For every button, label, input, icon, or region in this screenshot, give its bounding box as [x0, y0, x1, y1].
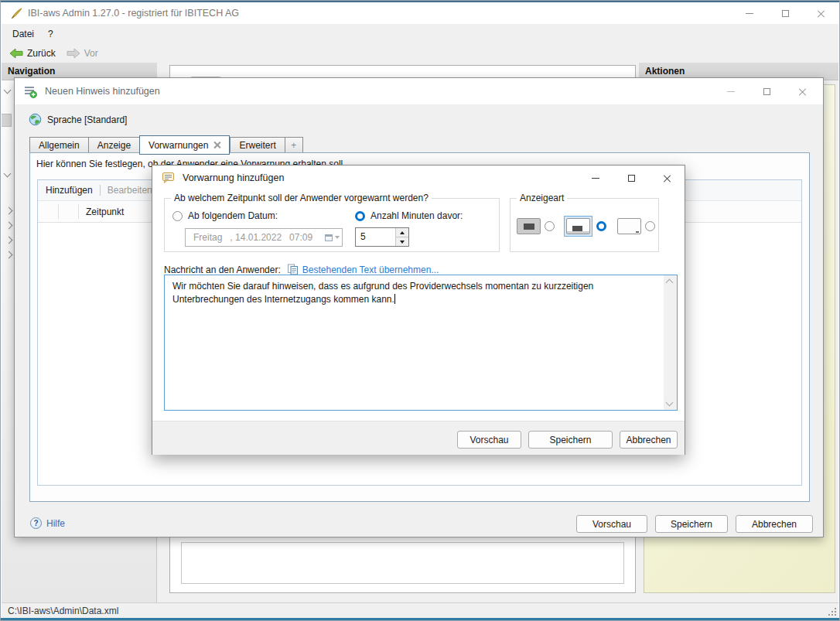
- save-button[interactable]: Speichern: [528, 431, 613, 449]
- minimize-button[interactable]: [578, 167, 613, 189]
- column-header-zeitpunkt[interactable]: Zeitpunkt: [86, 206, 124, 217]
- actions-panel-title: Aktionen: [645, 66, 685, 77]
- language-label: Sprache [Standard]: [47, 114, 127, 125]
- tree-expanded-chevron-icon[interactable]: [4, 170, 12, 178]
- app-icon: [10, 7, 23, 20]
- message-textarea[interactable]: Wir möchten Sie darauf hinweisen, dass e…: [164, 275, 678, 411]
- minimize-icon: [746, 13, 753, 14]
- prewarn-dialog-title: Vorwarnung hinzufügen: [183, 172, 284, 183]
- tab-allgemein[interactable]: Allgemein: [29, 137, 88, 154]
- forward-label: Vor: [84, 48, 98, 59]
- text-caret: [394, 294, 395, 304]
- prewarn-dialog-footer: Vorschau Speichern Abbrechen: [152, 421, 685, 455]
- prewarn-dialog: Vorwarnung hinzufügen Ab welchem Zeitpun…: [152, 165, 685, 455]
- notice-dialog-controls: [713, 80, 820, 102]
- tree-collapsed-chevron-icon[interactable]: [5, 207, 13, 215]
- resize-grip[interactable]: [827, 606, 836, 616]
- tree-selected-item[interactable]: [2, 114, 12, 127]
- help-link[interactable]: ? Hilfe: [30, 517, 65, 529]
- help-icon: ?: [30, 517, 42, 529]
- up-arrow-icon: [400, 231, 405, 234]
- window-bottom-border: [1, 618, 839, 620]
- minutes-radio[interactable]: [355, 211, 365, 221]
- tab-close-icon[interactable]: [213, 142, 220, 148]
- close-button[interactable]: [649, 167, 685, 189]
- spin-down-button[interactable]: [396, 237, 408, 246]
- forward-button[interactable]: Vor: [61, 46, 104, 60]
- down-arrow-icon: [400, 241, 405, 244]
- note-icon: [162, 172, 175, 184]
- preview-button[interactable]: Vorschau: [457, 431, 521, 449]
- window-title: IBI-aws Admin 1.27.0 - registriert für I…: [28, 8, 239, 19]
- calendar-dropdown-button[interactable]: [322, 229, 342, 246]
- tab-add-button[interactable]: +: [285, 137, 303, 154]
- date-day-value: Freitag: [186, 232, 222, 243]
- tab-erweitert[interactable]: Erweitert: [230, 137, 284, 154]
- date-radio[interactable]: [172, 211, 183, 221]
- column-divider: [78, 204, 79, 219]
- minutes-option-row: Anzahl Minuten davor:: [355, 210, 463, 221]
- save-button[interactable]: Speichern: [655, 515, 728, 533]
- cancel-button[interactable]: Abbrechen: [736, 515, 813, 533]
- display-type-groupbox: Anzeigeart: [510, 198, 659, 252]
- main-titlebar: IBI-aws Admin 1.27.0 - registriert für I…: [2, 2, 838, 24]
- display-options-row: [517, 216, 655, 237]
- tab-vorwarnungen[interactable]: Vorwarnungen: [139, 135, 230, 155]
- date-picker[interactable]: Freitag , 14.01.2022 07:09: [185, 228, 343, 247]
- calendar-icon: [325, 234, 333, 241]
- minimize-icon: [592, 178, 599, 179]
- scroll-down-icon[interactable]: [666, 399, 674, 407]
- cancel-button[interactable]: Abbrechen: [620, 431, 678, 449]
- tree-collapsed-chevron-icon[interactable]: [5, 222, 13, 230]
- status-file-path: C:\IBI-aws\Admin\Data.xml: [8, 606, 118, 616]
- back-arrow-icon: [9, 48, 23, 59]
- timing-group-label: Ab welchem Zeitpunkt soll der Anwender v…: [171, 193, 432, 203]
- maximize-button[interactable]: [613, 167, 649, 189]
- notice-dialog-titlebar: Neuen Hinweis hinzufügen: [15, 78, 823, 104]
- minimize-button[interactable]: [732, 2, 767, 24]
- menu-datei[interactable]: Datei: [5, 26, 41, 43]
- tree-collapsed-chevron-icon[interactable]: [5, 237, 13, 244]
- minutes-value[interactable]: 5: [356, 228, 395, 246]
- display-window-icon[interactable]: [617, 218, 641, 234]
- globe-icon: [29, 113, 42, 126]
- spin-up-button[interactable]: [396, 228, 408, 237]
- preview-button[interactable]: Vorschau: [576, 515, 647, 533]
- vertical-scrollbar[interactable]: [664, 275, 677, 410]
- navigation-panel-title: Navigation: [8, 66, 55, 77]
- dropdown-arrow-icon: [335, 236, 340, 239]
- scroll-up-icon[interactable]: [666, 279, 674, 287]
- prewarn-dialog-controls: [578, 167, 685, 189]
- display-fullscreen-radio[interactable]: [545, 221, 555, 231]
- minutes-spinner: 5: [355, 227, 409, 247]
- spinner-buttons: [395, 228, 408, 246]
- close-button[interactable]: [784, 80, 820, 102]
- display-banner-selected[interactable]: [564, 216, 592, 237]
- help-label: Hilfe: [46, 518, 65, 529]
- copy-text-icon: [287, 264, 299, 275]
- list-edit-button[interactable]: Bearbeiten: [108, 185, 152, 196]
- maximize-icon: [782, 10, 789, 17]
- display-window-radio[interactable]: [645, 221, 655, 231]
- list-add-button[interactable]: Hinzufügen: [46, 185, 93, 196]
- language-row[interactable]: Sprache [Standard]: [29, 113, 127, 126]
- message-label-row: Nachricht an den Anwender: Bestehenden T…: [164, 264, 439, 275]
- close-icon: [798, 87, 807, 96]
- timing-groupbox: Ab welchem Zeitpunkt soll der Anwender v…: [164, 198, 500, 252]
- maximize-button[interactable]: [767, 2, 803, 24]
- date-option-row: Ab folgendem Datum:: [172, 210, 278, 221]
- maximize-button[interactable]: [749, 80, 784, 102]
- tree-collapsed-chevron-icon[interactable]: [5, 251, 13, 259]
- tree-expanded-chevron-icon[interactable]: [4, 87, 12, 94]
- main-toolbar: Zurück Vor: [2, 43, 838, 63]
- tab-anzeige[interactable]: Anzeige: [88, 137, 139, 154]
- display-banner-radio[interactable]: [596, 221, 606, 231]
- close-button[interactable]: [803, 2, 838, 24]
- message-text: Wir möchten Sie darauf hinweisen, dass e…: [165, 275, 664, 410]
- menu-help[interactable]: ?: [41, 26, 60, 43]
- back-button[interactable]: Zurück: [4, 46, 61, 60]
- display-fullscreen-icon[interactable]: [517, 218, 541, 234]
- take-existing-text-link[interactable]: Bestehenden Text übernehmen...: [302, 264, 439, 275]
- minimize-button[interactable]: [713, 80, 749, 102]
- message-label: Nachricht an den Anwender:: [164, 264, 281, 275]
